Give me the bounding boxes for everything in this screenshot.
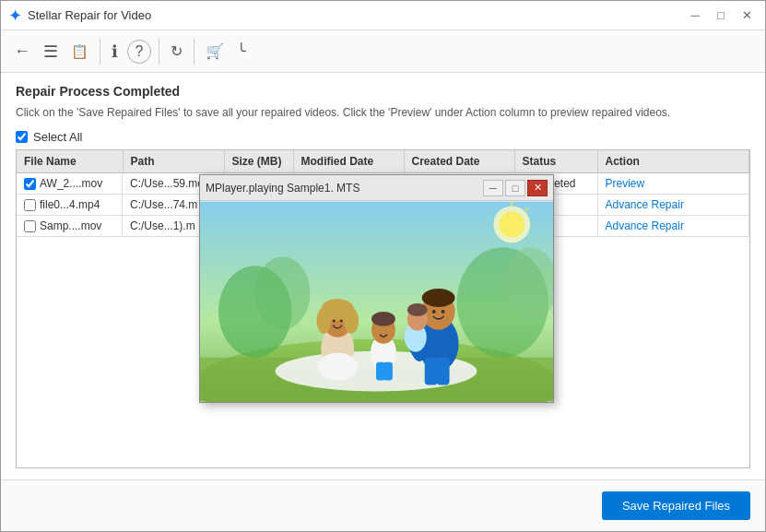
select-all-checkbox[interactable]: [16, 131, 28, 143]
col-header-created: Created Date: [404, 150, 514, 173]
minimize-button[interactable]: ─: [684, 6, 706, 25]
row1-filename: AW_2....mov: [17, 173, 123, 194]
svg-point-24: [371, 312, 395, 326]
copy-button[interactable]: 📋: [67, 40, 92, 64]
table-header: File Name Path Size (MB) Modified Date C…: [17, 150, 749, 173]
save-repaired-files-button[interactable]: Save Repaired Files: [602, 491, 750, 520]
advance-repair-link-3[interactable]: Advance Repair: [606, 219, 684, 232]
row3-filename: Samp....mov: [17, 216, 123, 236]
svg-point-18: [316, 308, 331, 334]
mplayer-title-bar: MPlayer.playing Sample1. MTS ─ □ ✕: [200, 175, 553, 201]
footer: Save Repaired Files: [1, 479, 765, 531]
svg-rect-9: [425, 358, 438, 385]
row2-filename: file0...4.mp4: [17, 195, 123, 215]
col-header-status: Status: [514, 150, 597, 173]
mplayer-minimize-button[interactable]: ─: [483, 180, 503, 196]
row2-checkbox[interactable]: [24, 199, 36, 211]
title-bar-controls: ─ □ ✕: [684, 6, 758, 25]
advance-repair-link-2[interactable]: Advance Repair: [606, 198, 684, 211]
row1-action: Preview: [597, 173, 749, 195]
cart-button[interactable]: 🛒: [202, 39, 228, 64]
svg-point-31: [340, 319, 343, 322]
app-icon: ✦: [8, 6, 22, 26]
svg-rect-10: [437, 358, 450, 385]
repair-status-desc: Click on the 'Save Repaired Files' to sa…: [16, 104, 750, 121]
svg-point-33: [499, 212, 524, 238]
help-button[interactable]: ?: [127, 40, 151, 64]
svg-point-27: [407, 303, 428, 316]
refresh-button[interactable]: ↻: [167, 39, 186, 64]
svg-point-29: [442, 310, 445, 313]
svg-rect-22: [383, 362, 393, 381]
preview-link[interactable]: Preview: [606, 177, 645, 190]
main-window: ✦ Stellar Repair for Video ─ □ ✕ ← ☰ 📋 ℹ…: [0, 0, 766, 532]
select-all-row: Select All: [16, 130, 750, 144]
repair-status-title: Repair Process Completed: [16, 84, 750, 99]
mplayer-title-text: MPlayer.playing Sample1. MTS: [206, 182, 359, 195]
mplayer-controls: ─ □ ✕: [483, 180, 548, 196]
close-button[interactable]: ✕: [736, 6, 758, 25]
toolbar: ← ☰ 📋 ℹ ? ↻ 🛒 ╰: [1, 30, 765, 73]
col-header-action: Action: [597, 150, 749, 173]
mplayer-maximize-button[interactable]: □: [505, 180, 525, 196]
svg-point-4: [255, 256, 311, 330]
svg-point-30: [333, 319, 336, 322]
mplayer-popup: MPlayer.playing Sample1. MTS ─ □ ✕: [199, 174, 554, 403]
mplayer-video-area: [200, 201, 553, 402]
row3-checkbox[interactable]: [24, 220, 36, 232]
svg-point-12: [422, 289, 455, 307]
maximize-button[interactable]: □: [710, 6, 732, 25]
sep1: [100, 39, 100, 65]
info-button[interactable]: ℹ: [108, 38, 122, 65]
svg-point-15: [317, 353, 358, 381]
col-header-modified: Modified Date: [293, 150, 404, 173]
mplayer-close-button[interactable]: ✕: [527, 180, 548, 196]
svg-point-28: [432, 310, 436, 313]
sep2: [159, 39, 159, 65]
sep3: [194, 39, 194, 65]
window-title: Stellar Repair for Video: [28, 8, 151, 22]
svg-point-19: [344, 308, 359, 334]
col-header-filename: File Name: [17, 150, 123, 173]
back-button[interactable]: ←: [10, 38, 34, 65]
content-area: Repair Process Completed Click on the 'S…: [1, 73, 765, 479]
title-bar: ✦ Stellar Repair for Video ─ □ ✕: [1, 1, 765, 30]
col-header-size: Size (MB): [224, 150, 293, 173]
account-button[interactable]: ╰: [233, 39, 250, 64]
video-frame: [200, 201, 553, 402]
row3-action: Advance Repair: [597, 216, 749, 237]
select-all-label: Select All: [33, 130, 82, 144]
title-bar-left: ✦ Stellar Repair for Video: [8, 6, 151, 26]
row1-checkbox[interactable]: [24, 178, 36, 190]
col-header-path: Path: [123, 150, 224, 173]
row2-action: Advance Repair: [597, 195, 749, 216]
menu-button[interactable]: ☰: [40, 38, 62, 65]
